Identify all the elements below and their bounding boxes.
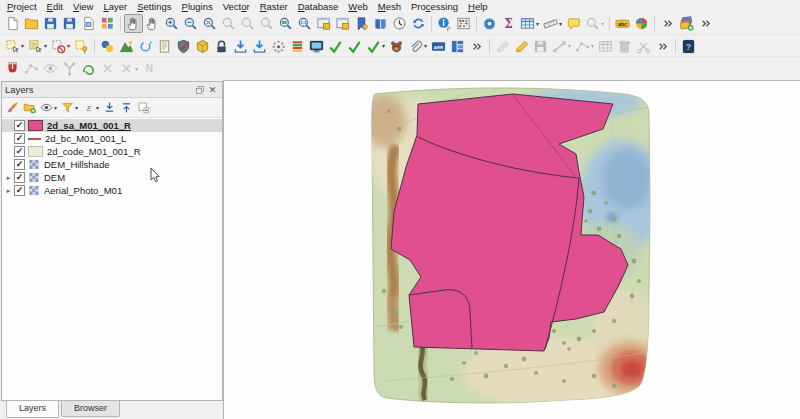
python-console-button[interactable]	[98, 37, 117, 56]
new-spatial-bookmark-button[interactable]	[352, 14, 371, 33]
zoom-full-button[interactable]	[200, 14, 219, 33]
menu-database[interactable]: Database	[293, 0, 344, 13]
move-feature-tool-button[interactable]	[140, 59, 159, 78]
vertex-tool-button[interactable]: ▾	[573, 37, 596, 56]
vertex-marker-button[interactable]	[22, 59, 41, 78]
collapse-all-button[interactable]	[118, 99, 135, 116]
open-project-button[interactable]	[22, 14, 41, 33]
layout-manager-button[interactable]	[79, 14, 98, 33]
modify-attributes-button[interactable]	[596, 37, 615, 56]
clear-selection-tool-button[interactable]	[98, 59, 117, 78]
statistical-summary-button[interactable]	[454, 14, 473, 33]
menu-view[interactable]: View	[68, 0, 98, 13]
panel-close-button[interactable]: ✕	[206, 84, 219, 96]
zoom-native-button[interactable]	[295, 14, 314, 33]
check-validity-button[interactable]	[345, 37, 364, 56]
check-geometry-button[interactable]	[326, 37, 345, 56]
plugin-mascot-button[interactable]	[387, 37, 406, 56]
tab-layers[interactable]: Layers	[6, 401, 59, 418]
map-tips-button[interactable]	[564, 14, 583, 33]
select-by-location-button[interactable]	[72, 37, 91, 56]
plugin-data-table-button[interactable]	[448, 37, 467, 56]
label-options-button[interactable]	[613, 14, 632, 33]
filter-legend-button[interactable]: ▾	[59, 99, 80, 116]
nominatim-search-button[interactable]: ▾	[583, 14, 606, 33]
current-edits-button[interactable]	[493, 37, 512, 56]
menu-vector[interactable]: Vector	[218, 0, 255, 13]
temporal-controller-button[interactable]	[390, 14, 409, 33]
menu-web[interactable]: Web	[343, 0, 372, 13]
plugin-import-button[interactable]	[250, 37, 269, 56]
layer-item-Aerial_Photo_M01[interactable]: ▸✓Aerial_Photo_M01	[2, 184, 222, 197]
menu-raster[interactable]: Raster	[255, 0, 293, 13]
pan-to-selection-button[interactable]	[143, 14, 162, 33]
processing-toolbox-button[interactable]	[480, 14, 499, 33]
refresh-map-button[interactable]	[409, 14, 428, 33]
layer-checkbox[interactable]: ✓	[14, 133, 25, 144]
cut-features-button[interactable]	[634, 37, 653, 56]
zoom-last-button[interactable]	[238, 14, 257, 33]
manage-map-themes-button[interactable]: ▾	[38, 99, 59, 116]
add-group-button[interactable]	[21, 99, 38, 116]
enable-snapping-button[interactable]	[3, 59, 22, 78]
show-statistics-button[interactable]	[499, 14, 518, 33]
check-topology-button[interactable]: ▾	[364, 37, 387, 56]
panel-float-button[interactable]	[193, 84, 206, 96]
diagram-options-button[interactable]	[632, 14, 651, 33]
layer-checkbox[interactable]: ✓	[14, 172, 25, 183]
tab-browser[interactable]: Browser	[61, 401, 120, 417]
save-project-button[interactable]	[41, 14, 60, 33]
toggle-editing-button[interactable]	[512, 37, 531, 56]
identify-features-button[interactable]	[435, 14, 454, 33]
plugin-serial-stack-button[interactable]	[288, 37, 307, 56]
toolbar-overflow-4-button[interactable]	[653, 37, 672, 56]
measure-line-button[interactable]: ▾	[541, 14, 564, 33]
menu-layer[interactable]: Layer	[98, 0, 132, 13]
layer-item-2d_sa_M01_001_R[interactable]: ✓2d_sa_M01_001_R	[2, 119, 222, 132]
deselect-features-button[interactable]: ▾	[49, 37, 72, 56]
plugin-tcp-button[interactable]	[269, 37, 288, 56]
open-attribute-table-button[interactable]: ▾	[518, 14, 541, 33]
new-3d-map-view-button[interactable]	[333, 14, 352, 33]
remove-layer-button[interactable]	[135, 99, 152, 116]
new-project-button[interactable]	[3, 14, 22, 33]
menu-edit[interactable]: Edit	[42, 0, 68, 13]
layer-item-DEM_Hillshade[interactable]: ✓DEM_Hillshade	[2, 158, 222, 171]
plugin-attachment-button[interactable]: ▾	[406, 37, 429, 56]
open-layer-styling-button[interactable]	[4, 99, 21, 116]
layer-checkbox[interactable]: ✓	[14, 159, 25, 170]
save-project-as-button[interactable]	[60, 14, 79, 33]
plugin-download-button[interactable]	[231, 37, 250, 56]
enable-tracing-button[interactable]	[79, 59, 98, 78]
save-layer-edits-button[interactable]	[531, 37, 550, 56]
plugin-sync-button[interactable]	[136, 37, 155, 56]
zoom-out-button[interactable]	[181, 14, 200, 33]
menu-processing[interactable]: Processing	[406, 0, 463, 13]
plugin-screen-capture-button[interactable]	[307, 37, 326, 56]
pan-map-button[interactable]	[124, 14, 143, 33]
expander-icon[interactable]: ▸	[4, 171, 13, 184]
select-features-button[interactable]: ▾	[3, 37, 26, 56]
delete-selected-button[interactable]	[615, 37, 634, 56]
layer-checkbox[interactable]: ✓	[14, 146, 25, 157]
open-data-source-manager-button[interactable]	[677, 14, 696, 33]
zoom-in-button[interactable]	[162, 14, 181, 33]
plugin-metasearch-button[interactable]	[174, 37, 193, 56]
style-manager-button[interactable]	[98, 14, 117, 33]
select-features-by-value-button[interactable]: ▾	[26, 37, 49, 56]
advanced-digitizing-tool-button[interactable]: ▾	[117, 59, 140, 78]
layer-item-2d_code_M01_001_R[interactable]: ✓2d_code_M01_001_R	[2, 145, 222, 158]
plugin-terrain-button[interactable]	[117, 37, 136, 56]
plugin-log-button[interactable]	[155, 37, 174, 56]
plugin-3d-cube-button[interactable]	[193, 37, 212, 56]
toolbar-overflow-1-button[interactable]	[658, 14, 677, 33]
add-line-feature-button[interactable]: ▾	[550, 37, 573, 56]
topology-checker-button[interactable]	[60, 59, 79, 78]
zoom-next-button[interactable]	[257, 14, 276, 33]
layer-item-DEM[interactable]: ▸✓DEM	[2, 171, 222, 184]
new-map-view-button[interactable]	[314, 14, 333, 33]
show-hidden-features-button[interactable]	[41, 59, 60, 78]
menu-mesh[interactable]: Mesh	[373, 0, 406, 13]
menu-settings[interactable]: Settings	[132, 0, 176, 13]
menu-project[interactable]: Project	[2, 0, 42, 13]
